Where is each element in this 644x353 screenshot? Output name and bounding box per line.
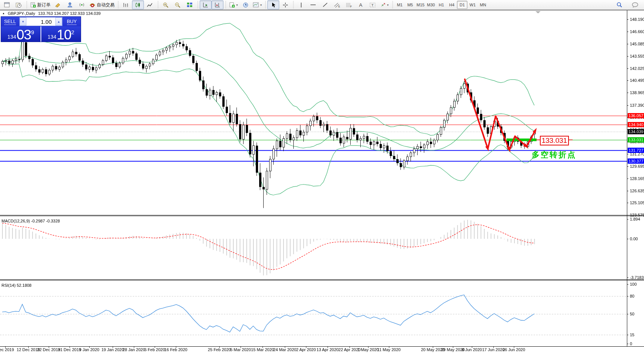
buy-button[interactable]: BUY: [63, 17, 81, 26]
zoom-out-icon[interactable]: [172, 0, 184, 9]
date-tick-label: 9 Jan 2020: [79, 347, 99, 352]
tf-button-H4[interactable]: H4: [447, 1, 457, 9]
tf-button-H1[interactable]: H1: [436, 1, 447, 9]
chart-window-icon[interactable]: [1, 0, 13, 9]
one-click-trade-panel: SELL ▼ 1.00 ▲ BUY 134 03 9 134 10 2: [1, 16, 81, 42]
template-icon[interactable]: ▾: [251, 0, 263, 9]
tf-button-M15[interactable]: M15: [415, 1, 426, 9]
period-clock-icon[interactable]: [239, 0, 251, 9]
rsi-label: RSI(14) 52.1808: [1, 283, 32, 288]
price-level-tag[interactable]: 131.727: [628, 148, 644, 153]
chart-header: ▲ GBPJPY-,Daily 133.763 134.207 132.933 …: [2, 11, 101, 16]
new-order-label: 新订单: [37, 2, 51, 8]
tf-button-M30[interactable]: M30: [426, 1, 436, 9]
price-tick-label: 143.555: [630, 54, 644, 58]
buy-price-button[interactable]: 134 10 2: [41, 26, 81, 42]
price-tick-label: 137.390: [630, 103, 644, 107]
crosshair-icon[interactable]: [279, 0, 291, 9]
date-tick-label: 12 Dec 2019: [17, 347, 40, 352]
buy-price-big: 10: [57, 29, 71, 41]
price-level-tag[interactable]: 134.039: [628, 129, 644, 134]
label-tool-icon[interactable]: T: [367, 0, 379, 9]
volume-value[interactable]: 1.00: [26, 17, 55, 26]
sell-price-button[interactable]: 134 03 9: [1, 26, 41, 42]
zoom-in-icon[interactable]: [160, 0, 172, 9]
candlestick-mode-icon[interactable]: [132, 0, 144, 9]
chat-icon[interactable]: [629, 0, 641, 9]
date-tick-label: 15 Mar 2020: [251, 347, 274, 352]
text-tool-icon[interactable]: A: [355, 0, 367, 9]
history-center-icon[interactable]: [13, 0, 25, 9]
macd-tick-label: 0.00: [630, 237, 638, 241]
trendline-tool-icon[interactable]: [319, 0, 331, 9]
price-callout-box[interactable]: 133.031: [540, 136, 569, 145]
price-level-tag[interactable]: 130.377: [628, 158, 644, 164]
vertical-line-tool-icon[interactable]: [295, 0, 307, 9]
date-tick-label: 22 Dec 2019: [37, 347, 60, 352]
rsi-tick-label: 100: [630, 282, 637, 286]
toolbar-separator: [197, 1, 199, 9]
date-tick-label: 11 May 2020: [377, 347, 401, 352]
toolbar-separator: [26, 1, 28, 9]
autotrading-label: 自动交易: [97, 2, 115, 8]
line-chart-mode-icon[interactable]: [144, 0, 156, 9]
horizontal-line-tool-icon[interactable]: [307, 0, 319, 9]
tf-button-D1[interactable]: D1: [457, 1, 467, 9]
eraser-icon[interactable]: [52, 0, 64, 9]
autotrading-button[interactable]: 自动交易: [88, 0, 116, 9]
expert-advisor-icon[interactable]: [64, 0, 76, 9]
signal-icon[interactable]: [76, 0, 88, 9]
date-tick-label: 16 Feb 2020: [164, 347, 187, 352]
volume-decrease-button[interactable]: ▼: [20, 17, 26, 26]
add-indicator-icon[interactable]: ▾: [228, 0, 239, 9]
date-tick-label: 5 Mar 2020: [230, 347, 251, 352]
new-order-button[interactable]: 新订单: [29, 0, 52, 9]
price-tick-label: 128.165: [630, 176, 644, 181]
search-icon[interactable]: [614, 0, 625, 9]
shapes-tool-icon[interactable]: ▾: [379, 0, 390, 9]
macd-tick-label: 1.894: [630, 217, 640, 221]
chart-canvas[interactable]: [0, 0, 644, 353]
dropdown-caret: ▾: [260, 3, 262, 7]
price-tick-label: 148.190: [630, 17, 644, 22]
date-tick-label: 6 Feb 2020: [144, 347, 165, 352]
toolbar-separator: [264, 1, 266, 9]
rsi-tick-label: 50: [630, 312, 634, 316]
channel-tool-icon[interactable]: E: [331, 0, 343, 9]
toolbar-separator: [392, 1, 393, 9]
volume-increase-button[interactable]: ▲: [55, 17, 62, 26]
sell-price-prefix: 134: [7, 34, 16, 40]
tf-button-MN[interactable]: MN: [478, 1, 488, 9]
tf-button-M5[interactable]: M5: [405, 1, 415, 9]
cursor-icon[interactable]: [267, 0, 279, 9]
date-tick-label: 28 Jan 2020: [123, 347, 145, 352]
price-tick-label: 125.105: [630, 200, 644, 205]
price-tick-label: 129.695: [630, 164, 644, 169]
price-tick-label: 146.660: [630, 29, 644, 34]
date-tick-label: 29 May 2020: [441, 347, 465, 352]
buy-price-pip: 2: [71, 29, 74, 35]
tf-button-M1[interactable]: M1: [395, 1, 405, 9]
auto-scroll-icon[interactable]: [200, 0, 212, 9]
date-tick-label: 31 Dec 2019: [58, 347, 81, 352]
svg-text:E: E: [338, 5, 340, 8]
chart-shift-icon[interactable]: [212, 0, 223, 9]
price-level-tag[interactable]: 136.057: [628, 113, 644, 118]
price-tick-label: 138.965: [630, 90, 644, 95]
price-level-tag[interactable]: 134.940: [628, 122, 644, 127]
price-level-tag[interactable]: 133.031: [628, 137, 644, 142]
date-tick-label: 19 Jan 2020: [102, 347, 124, 352]
turning-point-annotation[interactable]: 多空转折点: [532, 150, 576, 160]
tf-button-W1[interactable]: W1: [467, 1, 478, 9]
sell-button[interactable]: SELL: [1, 17, 19, 26]
date-tick-label: 13 Apr 2020: [316, 347, 338, 352]
ohlc-values: 133.763 134.207 132.933 134.039: [38, 11, 101, 16]
tile-windows-icon[interactable]: [184, 0, 196, 9]
toolbar-separator: [157, 1, 159, 9]
rsi-tick-label: 0: [630, 341, 632, 346]
timeframe-group: M1M5M15M30H1H4D1W1MN: [394, 0, 489, 10]
bar-chart-mode-icon[interactable]: [120, 0, 132, 9]
date-tick-label: 1 May 2020: [357, 347, 379, 352]
svg-text:T: T: [371, 3, 374, 7]
fibonacci-tool-icon[interactable]: F: [343, 0, 355, 9]
